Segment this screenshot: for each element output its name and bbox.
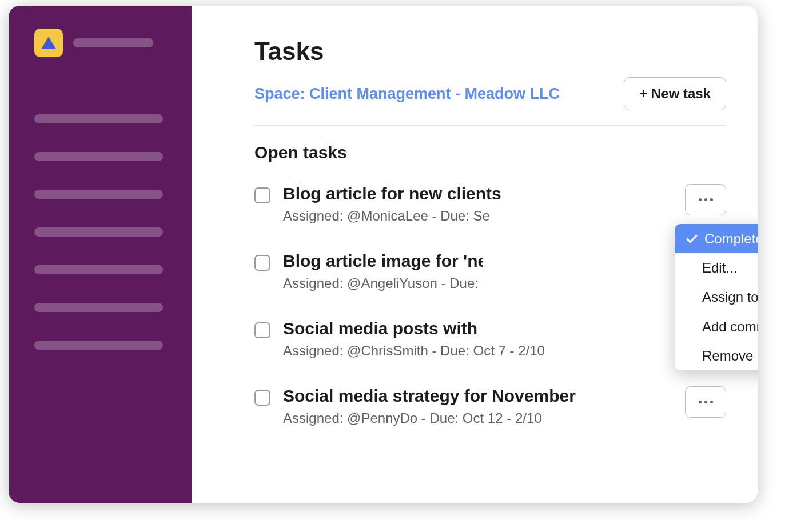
- menu-item-add-comment[interactable]: Add comment: [675, 312, 758, 341]
- header-row: Space: Client Management - Meadow LLC + …: [254, 77, 726, 126]
- task-text: Blog article image for 'new Assigned: @A…: [283, 251, 483, 291]
- menu-item-label: Complete: [704, 231, 758, 246]
- sidebar-item-placeholder[interactable]: [34, 227, 163, 237]
- task-title: Blog article for new clients: [283, 184, 672, 203]
- app-window: Tasks Space: Client Management - Meadow …: [9, 6, 758, 503]
- task-checkbox[interactable]: [254, 255, 270, 271]
- task-text: Social media posts with H Assigned: @Chr…: [283, 319, 672, 359]
- sidebar-item-placeholder[interactable]: [34, 190, 163, 199]
- check-icon: [686, 230, 698, 247]
- sidebar: [9, 6, 192, 503]
- page-title: Tasks: [254, 37, 726, 66]
- more-button[interactable]: [685, 386, 726, 418]
- breadcrumb[interactable]: Space: Client Management - Meadow LLC: [254, 85, 560, 103]
- workspace-header[interactable]: [34, 29, 166, 57]
- main-content: Tasks Space: Client Management - Meadow …: [192, 6, 758, 503]
- new-task-button[interactable]: + New task: [624, 77, 726, 110]
- workspace-name-placeholder: [73, 38, 153, 47]
- sidebar-item-placeholder[interactable]: [34, 152, 163, 161]
- task-meta: Assigned: @AngeliYuson - Due: S: [283, 275, 483, 291]
- task-title: Social media strategy for November: [283, 386, 672, 406]
- section-title: Open tasks: [254, 143, 726, 162]
- task-row: Social media posts with H Assigned: @Chr…: [254, 319, 726, 359]
- task-title: Blog article image for 'new: [283, 251, 483, 271]
- task-meta: Assigned: @MonicaLee - Due: Se: [283, 208, 672, 224]
- sidebar-item-placeholder[interactable]: [34, 341, 163, 350]
- task-row: Social media strategy for November Assig…: [254, 386, 726, 426]
- sidebar-item-placeholder[interactable]: [34, 114, 163, 123]
- menu-item-assign-to-me[interactable]: Assign to me: [675, 282, 758, 311]
- task-text: Blog article for new clients Assigned: @…: [283, 184, 672, 224]
- triangle-icon: [41, 37, 56, 49]
- dots-icon: [699, 401, 702, 403]
- task-checkbox[interactable]: [254, 390, 270, 406]
- task-meta: Assigned: @PennyDo - Due: Oct 12 - 2/10: [283, 410, 672, 426]
- workspace-logo: [34, 29, 63, 57]
- task-title: Social media posts with H: [283, 319, 483, 338]
- menu-item-complete[interactable]: Complete: [675, 224, 758, 253]
- task-checkbox[interactable]: [254, 322, 270, 338]
- task-meta: Assigned: @ChrisSmith - Due: Oct 7 - 2/1…: [283, 343, 672, 359]
- dots-icon: [699, 198, 702, 201]
- task-actions-menu: Complete Edit... Assign to me Add commen…: [675, 224, 758, 370]
- task-row: Blog article for new clients Assigned: @…: [254, 184, 726, 224]
- menu-item-remove[interactable]: Remove: [675, 341, 758, 370]
- sidebar-item-placeholder[interactable]: [34, 303, 163, 312]
- sidebar-item-placeholder[interactable]: [34, 265, 163, 274]
- task-text: Social media strategy for November Assig…: [283, 386, 672, 426]
- menu-item-edit[interactable]: Edit...: [675, 253, 758, 282]
- task-checkbox[interactable]: [254, 187, 270, 203]
- svg-marker-0: [41, 37, 56, 49]
- more-button[interactable]: [685, 184, 726, 215]
- task-row: Blog article image for 'new Assigned: @A…: [254, 251, 726, 291]
